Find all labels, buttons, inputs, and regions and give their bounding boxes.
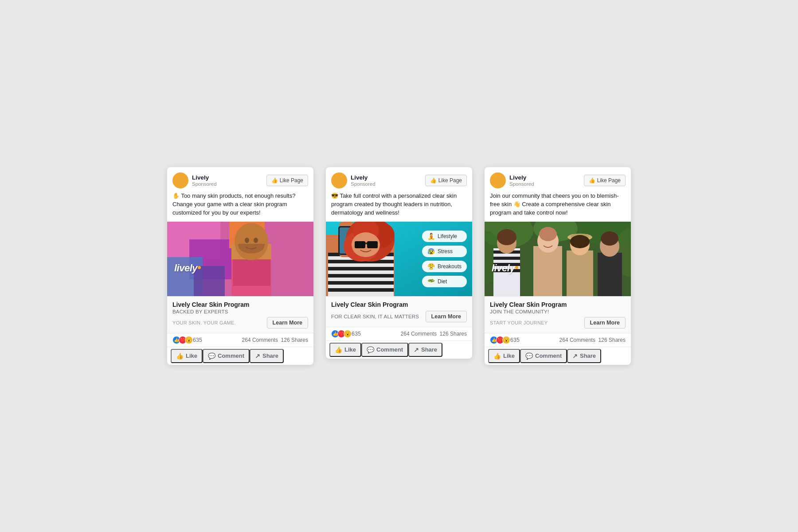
ad-card-3: Lively Sponsored 👍 Like Page Join our co… — [485, 167, 631, 365]
tag-breakouts-emoji: 😤 — [427, 263, 435, 270]
tag-pills-2: 🧘 Lifestyle 😰 Stress 😤 Breakouts 🥗 — [422, 231, 467, 287]
info-section-2: Lively Clear Skin Program FOR CLEAR SKIN… — [326, 296, 472, 327]
avatar-2 — [331, 172, 347, 188]
reaction-count-1: 635 — [193, 337, 202, 343]
reactions-right-1: 264 Comments 126 Shares — [242, 337, 308, 343]
share-action-btn-3[interactable]: ↗Share — [567, 349, 601, 363]
reactions-row-2: 👍 ❤️ 😮 635 264 Comments 126 Shares — [326, 327, 472, 340]
like-page-label-2: Like Page — [438, 177, 462, 184]
reaction-count-3: 635 — [510, 337, 520, 343]
comment-action-label-2: Comment — [376, 346, 403, 353]
image-wrapper-1: lively — [167, 222, 313, 296]
sponsored-label-3: Sponsored — [509, 181, 534, 187]
ad-image-1: lively — [167, 222, 313, 296]
reactions-right-2: 264 Comments 126 Shares — [401, 331, 467, 337]
ad-card-2: Lively Sponsored 👍 Like Page 😎 Take full… — [326, 167, 472, 359]
like-action-label-2: Like — [344, 346, 356, 353]
like-action-label-3: Like — [503, 352, 515, 359]
comment-action-icon-1: 💬 — [208, 352, 215, 360]
page-info-1: Lively Sponsored — [192, 174, 217, 187]
ad-title-3: Lively Clear Skin Program — [490, 301, 626, 308]
comments-count-2: 264 Comments — [401, 331, 437, 337]
ad-subtitle-2: FOR CLEAR SKIN, IT ALL MATTERS — [331, 314, 419, 319]
avatar-1 — [172, 172, 188, 188]
shares-count-3: 126 Shares — [598, 337, 626, 343]
like-action-icon-3: 👍 — [493, 352, 501, 360]
svg-rect-18 — [328, 267, 394, 270]
reaction-wow-3: 😮 — [502, 336, 510, 344]
svg-rect-21 — [328, 288, 394, 292]
reactions-left-2: 👍 ❤️ 😮 635 — [331, 330, 361, 338]
lively-logo-1: lively — [174, 262, 201, 274]
comment-action-btn-3[interactable]: 💬Comment — [520, 349, 567, 363]
lively-logo-3: lively — [492, 262, 518, 274]
actions-row-1: 👍Like 💬Comment ↗Share — [167, 347, 313, 365]
info-section-3: Lively Clear Skin Program Join the commu… — [485, 296, 631, 333]
card-header-3: Lively Sponsored 👍 Like Page — [485, 167, 631, 192]
info-section-1: Lively Clear Skin Program Backed by expe… — [167, 296, 313, 333]
ad-title-1: Lively Clear Skin Program — [172, 301, 308, 308]
share-action-label-2: Share — [421, 346, 437, 353]
share-action-label-3: Share — [580, 352, 596, 359]
card-header-1: Lively Sponsored 👍 Like Page — [167, 167, 313, 192]
share-action-btn-1[interactable]: ↗Share — [250, 349, 284, 363]
reaction-wow-2: 😮 — [344, 330, 352, 338]
thumb-icon-3: 👍 — [589, 177, 595, 184]
learn-more-btn-3[interactable]: Learn More — [584, 317, 626, 329]
comment-action-btn-2[interactable]: 💬Comment — [361, 343, 408, 357]
svg-rect-32 — [365, 243, 367, 244]
like-page-btn-2[interactable]: 👍 Like Page — [425, 175, 467, 186]
like-page-label-1: Like Page — [280, 177, 303, 184]
page-info-3: Lively Sponsored — [509, 174, 534, 187]
tag-diet-label: Diet — [438, 278, 447, 285]
header-left-2: Lively Sponsored — [331, 172, 376, 188]
lively-text-1: lively — [174, 262, 197, 274]
reactions-right-3: 264 Comments 126 Shares — [559, 337, 626, 343]
svg-point-46 — [497, 229, 516, 245]
reaction-count-2: 635 — [352, 331, 361, 337]
comment-action-btn-1[interactable]: 💬Comment — [203, 349, 250, 363]
page-name-2: Lively — [351, 174, 376, 181]
svg-rect-42 — [493, 257, 520, 260]
share-action-btn-2[interactable]: ↗Share — [408, 343, 442, 357]
tagline-1: YOUR SKIN. YOUR GAME. — [172, 320, 236, 325]
tag-lifestyle: 🧘 Lifestyle — [422, 231, 467, 242]
learn-more-btn-2[interactable]: Learn More — [426, 311, 467, 322]
sponsored-label-2: Sponsored — [351, 181, 376, 187]
cta-row-2: FOR CLEAR SKIN, IT ALL MATTERS Learn Mor… — [331, 311, 467, 322]
tag-lifestyle-label: Lifestyle — [438, 233, 457, 239]
page-name-3: Lively — [509, 174, 534, 181]
like-page-btn-1[interactable]: 👍 Like Page — [266, 175, 308, 186]
svg-rect-47 — [533, 246, 562, 296]
comment-action-icon-2: 💬 — [367, 346, 374, 353]
shares-count-2: 126 Shares — [440, 331, 467, 337]
page-info-2: Lively Sponsored — [351, 174, 376, 187]
tag-lifestyle-emoji: 🧘 — [427, 233, 435, 240]
share-action-icon-3: ↗ — [572, 352, 578, 360]
actions-row-2: 👍Like 💬Comment ↗Share — [326, 340, 472, 359]
actions-row-3: 👍Like 💬Comment ↗Share — [485, 347, 631, 365]
learn-more-btn-1[interactable]: Learn More — [267, 317, 308, 329]
like-action-btn-3[interactable]: 👍Like — [488, 349, 520, 363]
image-svg-3 — [485, 222, 631, 296]
cta-row-3: START YOUR JOURNEY Learn More — [490, 317, 626, 329]
svg-rect-31 — [367, 241, 378, 248]
like-page-btn-3[interactable]: 👍 Like Page — [584, 175, 626, 186]
ad-subtitle-3: Join the community! — [490, 309, 626, 314]
header-left-3: Lively Sponsored — [490, 172, 534, 188]
svg-rect-30 — [355, 241, 365, 248]
svg-point-11 — [254, 238, 258, 243]
ad-image-3: lively — [485, 222, 631, 296]
card-header-2: Lively Sponsored 👍 Like Page — [326, 167, 472, 192]
like-action-btn-2[interactable]: 👍Like — [329, 343, 361, 357]
reaction-icons-2: 👍 ❤️ 😮 — [331, 330, 350, 338]
reactions-row-1: 👍 ❤️ 😮 635 264 Comments 126 Shares — [167, 333, 313, 347]
like-page-label-3: Like Page — [597, 177, 621, 184]
ad-subtitle-1: Backed by experts — [172, 309, 308, 314]
share-action-icon-2: ↗ — [414, 346, 419, 353]
svg-point-58 — [601, 231, 618, 246]
image-wrapper-3: lively — [485, 222, 631, 296]
like-action-btn-1[interactable]: 👍Like — [171, 349, 203, 363]
reactions-row-3: 👍 ❤️ 😮 635 264 Comments 126 Shares — [485, 333, 631, 347]
svg-point-54 — [570, 235, 590, 248]
